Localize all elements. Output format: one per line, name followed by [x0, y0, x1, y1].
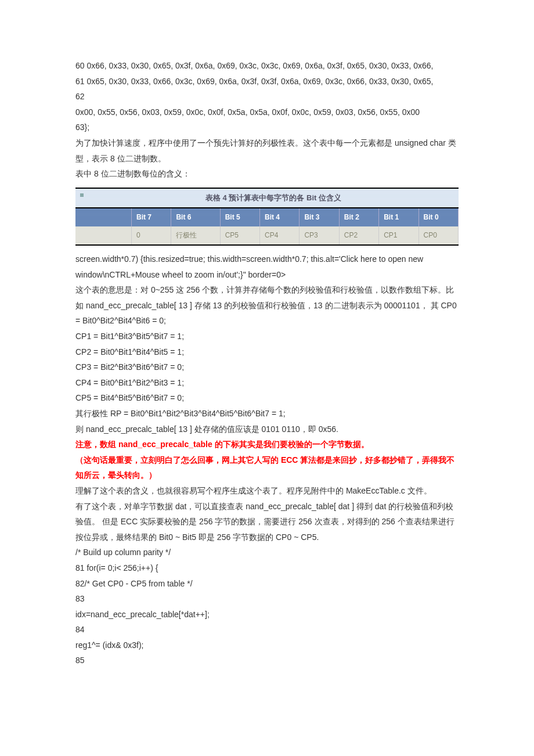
code-line: 60 0x66, 0x33, 0x30, 0x65, 0x3f, 0x6a, 0… [75, 58, 459, 74]
body-text: 则 nand_ecc_precalc_table[ 13 ] 处存储的值应该是 … [75, 422, 459, 437]
body-text: screen.width*0.7) {this.resized=true; th… [75, 251, 459, 282]
table-cell: CP0 [418, 226, 458, 245]
body-text: 表中 8 位二进制数每位的含义： [75, 166, 459, 182]
table-cell [75, 226, 132, 245]
table-caption: 表格 4 预计算表中每字节的各 Bit 位含义 [75, 188, 459, 208]
table-header-cell: Bit 6 [171, 208, 220, 226]
body-text: CP1 = Bit1^Bit3^Bit5^Bit7 = 1; [75, 329, 459, 344]
body-text: CP5 = Bit4^Bit5^Bit6^Bit7 = 0; [75, 390, 459, 406]
table-header-cell: Bit 7 [132, 208, 171, 226]
bit-meaning-table: 表格 4 预计算表中每字节的各 Bit 位含义 Bit 7 Bit 6 Bit … [75, 188, 459, 246]
code-line: 85 [75, 653, 459, 668]
code-line: 81 for(i= 0;i< 256;i++) { [75, 560, 459, 576]
table-caption-text: 表格 4 预计算表中每字节的各 Bit 位含义 [205, 193, 341, 202]
table-header-cell: Bit 4 [260, 208, 300, 226]
caption-marker-icon [80, 193, 84, 197]
body-text: 理解了这个表的含义，也就很容易写个程序生成这个表了。程序见附件中的 MakeEc… [75, 483, 459, 499]
table-row: 0 行极性 CP5 CP4 CP3 CP2 CP1 CP0 [75, 226, 459, 245]
code-line: /* Build up column parity */ [75, 545, 459, 560]
table-cell: CP3 [300, 226, 339, 245]
body-text: CP2 = Bit0^Bit1^Bit4^Bit5 = 1; [75, 344, 459, 360]
body-text: 为了加快计算速度，程序中使用了一个预先计算好的列极性表。这个表中每一个元素都是 … [75, 135, 459, 166]
code-line: 61 0x65, 0x30, 0x33, 0x66, 0x3c, 0x69, 0… [75, 74, 459, 89]
body-text: CP3 = Bit2^Bit3^Bit6^Bit7 = 0; [75, 359, 459, 375]
table-header-cell [75, 208, 132, 226]
code-line: 84 [75, 622, 459, 638]
body-text: CP4 = Bit0^Bit1^Bit2^Bit3 = 1; [75, 375, 459, 391]
code-line: 83 [75, 591, 459, 607]
body-text: 其行极性 RP = Bit0^Bit1^Bit2^Bit3^Bit4^Bit5^… [75, 406, 459, 422]
code-line: idx=nand_ecc_precalc_table[*dat++]; [75, 607, 459, 622]
table-cell: 0 [132, 226, 171, 245]
body-text: 有了这个表，对单字节数据 dat，可以直接查表 nand_ecc_precalc… [75, 499, 459, 545]
highlight-text: 注意，数组 nand_ecc_precalc_table 的下标其实是我们要校验… [75, 437, 459, 452]
table-cell: 行极性 [171, 226, 220, 245]
code-line: 63}; [75, 120, 459, 135]
table-cell: CP1 [379, 226, 418, 245]
table-cell: CP5 [220, 226, 259, 245]
table-cell: CP4 [260, 226, 300, 245]
table-header-cell: Bit 1 [379, 208, 418, 226]
table-header-cell: Bit 5 [220, 208, 259, 226]
table-header-cell: Bit 2 [339, 208, 378, 226]
body-text: 这个表的意思是：对 0~255 这 256 个数，计算并存储每个数的列校验值和行… [75, 282, 459, 329]
table-cell: CP2 [339, 226, 378, 245]
table-header-row: Bit 7 Bit 6 Bit 5 Bit 4 Bit 3 Bit 2 Bit … [75, 208, 459, 226]
highlight-text: （这句话最重要，立刻明白了怎么回事，网上其它人写的 ECC 算法都是来回抄，好多… [75, 452, 459, 483]
code-line: 82/* Get CP0 - CP5 from table */ [75, 576, 459, 592]
code-line: reg1^= (idx& 0x3f); [75, 638, 459, 653]
code-line: 0x00, 0x55, 0x56, 0x03, 0x59, 0x0c, 0x0f… [75, 105, 459, 120]
table-header-cell: Bit 3 [300, 208, 339, 226]
code-line: 62 [75, 89, 459, 105]
table-header-cell: Bit 0 [418, 208, 458, 226]
